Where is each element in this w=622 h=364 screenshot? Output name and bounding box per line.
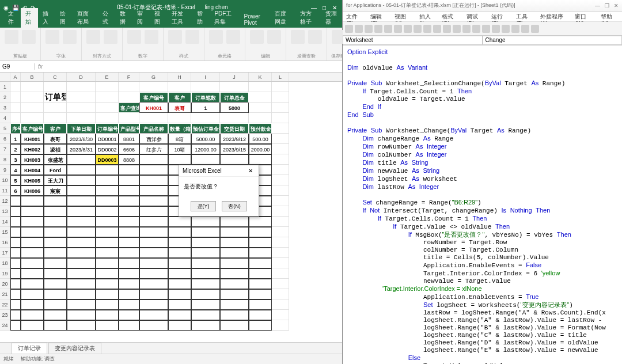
cell[interactable]	[168, 320, 191, 331]
col-header[interactable]: J	[220, 73, 249, 81]
cell[interactable]	[96, 310, 119, 320]
cell[interactable]	[139, 310, 168, 320]
cell[interactable]	[168, 248, 191, 258]
cell[interactable]	[96, 82, 119, 92]
cell[interactable]	[21, 103, 44, 113]
cell[interactable]	[21, 268, 44, 279]
cell[interactable]	[96, 299, 119, 310]
row-header[interactable]: 16	[0, 237, 10, 248]
vba-toolbar-icon[interactable]	[384, 25, 392, 33]
cell[interactable]	[21, 206, 44, 217]
cell[interactable]	[10, 103, 21, 113]
cell[interactable]	[272, 320, 289, 331]
cell[interactable]	[249, 258, 272, 268]
cell[interactable]	[249, 279, 272, 289]
cell[interactable]	[272, 134, 289, 144]
cell[interactable]: 8808	[119, 154, 139, 165]
cell[interactable]: 客户	[44, 123, 67, 134]
cell[interactable]	[67, 165, 96, 175]
row-header[interactable]: 4	[0, 113, 10, 123]
name-box[interactable]: G9	[0, 63, 35, 70]
cell[interactable]	[21, 237, 44, 248]
cell[interactable]: 12000.00	[191, 144, 220, 154]
cell[interactable]: 序号	[10, 123, 21, 134]
vba-toolbar-icon[interactable]	[472, 25, 480, 33]
cell[interactable]	[272, 103, 289, 113]
cell[interactable]: 5	[10, 175, 21, 185]
vba-minimize-icon[interactable]: —	[595, 3, 600, 9]
vba-toolbar-icon[interactable]	[374, 25, 382, 33]
cell[interactable]	[119, 196, 139, 206]
cell[interactable]	[191, 82, 220, 92]
row-header[interactable]: 20	[0, 279, 10, 289]
vba-toolbar-icon[interactable]	[345, 25, 353, 33]
cell[interactable]	[249, 82, 272, 92]
cell[interactable]	[44, 196, 67, 206]
cell[interactable]	[168, 289, 191, 299]
cell[interactable]	[119, 227, 139, 237]
vba-menu-item[interactable]: 帮助(H)	[597, 12, 622, 21]
cell[interactable]	[21, 82, 44, 92]
cell[interactable]	[139, 320, 168, 331]
cell[interactable]	[67, 237, 96, 248]
cell[interactable]	[67, 289, 96, 299]
col-header[interactable]: K	[249, 73, 272, 81]
cell[interactable]	[119, 92, 139, 103]
cell[interactable]	[67, 248, 96, 258]
cell[interactable]	[220, 248, 249, 258]
vba-toolbar-icon[interactable]	[492, 25, 500, 33]
cell[interactable]	[139, 185, 168, 196]
cell[interactable]	[67, 196, 96, 206]
cell[interactable]	[119, 289, 139, 299]
cell[interactable]	[272, 185, 289, 196]
ribbon-tab[interactable]: 文件	[3, 8, 21, 28]
cell[interactable]	[168, 113, 191, 123]
cell[interactable]: 2	[10, 144, 21, 154]
row-header[interactable]: 6	[0, 134, 10, 144]
cell[interactable]	[272, 289, 289, 299]
cell[interactable]	[272, 299, 289, 310]
cell[interactable]	[119, 217, 139, 227]
cell[interactable]: 1	[191, 103, 220, 113]
vba-toolbar-icon[interactable]	[462, 25, 471, 33]
cell[interactable]	[249, 227, 272, 237]
cell[interactable]	[96, 289, 119, 299]
cell[interactable]	[272, 217, 289, 227]
cell[interactable]	[139, 237, 168, 248]
cell[interactable]	[191, 227, 220, 237]
vba-menu-item[interactable]: 视图(V)	[391, 12, 415, 21]
cell[interactable]	[44, 320, 67, 331]
cell[interactable]: 西洋参	[139, 134, 168, 144]
row-header[interactable]: 22	[0, 299, 10, 310]
cell[interactable]	[10, 279, 21, 289]
cell[interactable]	[67, 217, 96, 227]
cell[interactable]	[168, 82, 191, 92]
cell[interactable]: 凌祯	[44, 144, 67, 154]
cell[interactable]: KH001	[139, 103, 168, 113]
col-header[interactable]: E	[96, 73, 119, 81]
cell[interactable]: 预付款金	[249, 123, 272, 134]
row-header[interactable]: 9	[0, 165, 10, 175]
cell[interactable]: KH004	[21, 165, 44, 175]
cell[interactable]: 5000	[220, 103, 249, 113]
row-header[interactable]: 17	[0, 248, 10, 258]
cell[interactable]: 8801	[119, 134, 139, 144]
cell[interactable]	[220, 320, 249, 331]
cell[interactable]	[67, 258, 96, 268]
cell[interactable]	[168, 279, 191, 289]
vba-menu-item[interactable]: 外接程序(A)	[537, 12, 572, 21]
cell[interactable]	[67, 185, 96, 196]
cell[interactable]	[272, 154, 289, 165]
cell[interactable]	[119, 310, 139, 320]
row-header[interactable]: 8	[0, 154, 10, 165]
row-header[interactable]: 7	[0, 144, 10, 154]
ribbon-tab[interactable]: 视图	[150, 8, 167, 28]
cell[interactable]	[249, 103, 272, 113]
row-header[interactable]: 18	[0, 258, 10, 268]
cell[interactable]	[67, 299, 96, 310]
ribbon-tab[interactable]: 帮助	[192, 8, 210, 28]
col-header[interactable]: L	[272, 73, 289, 81]
cell[interactable]	[10, 227, 21, 237]
cell[interactable]	[96, 196, 119, 206]
cell[interactable]: 表哥	[168, 103, 191, 113]
